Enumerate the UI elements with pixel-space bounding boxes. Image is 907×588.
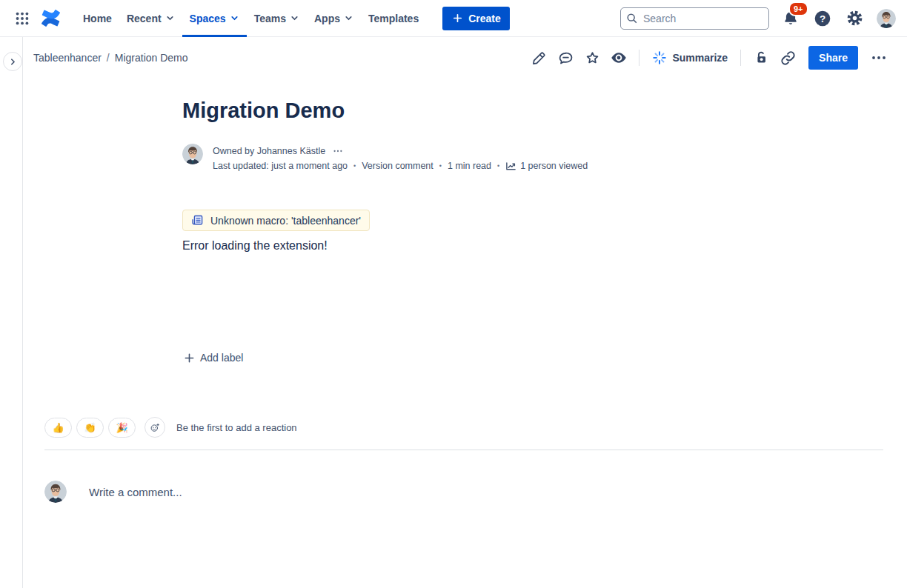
avatar: [877, 9, 896, 28]
views-analytics[interactable]: 1 person viewed: [505, 158, 588, 173]
macro-scroll-icon: [191, 214, 204, 227]
plus-icon: [184, 353, 195, 364]
extension-error-text: Error loading the extension!: [182, 239, 710, 253]
meta-separator: •: [353, 158, 356, 173]
help-icon[interactable]: ?: [812, 8, 833, 29]
chevron-right-icon: [8, 57, 18, 67]
commenter-avatar: [44, 481, 67, 503]
nav-templates[interactable]: Templates: [361, 0, 426, 37]
breadcrumb-page-link[interactable]: Migration Demo: [115, 52, 188, 64]
unlock-icon[interactable]: [749, 46, 773, 70]
byline-meta: Last updated: just a moment ago • Versio…: [213, 158, 588, 173]
ai-sparkle-icon: [652, 50, 667, 65]
more-actions-icon[interactable]: [867, 46, 891, 70]
last-updated-link[interactable]: Last updated: just a moment ago: [213, 158, 348, 173]
read-time: 1 min read: [448, 158, 491, 173]
nav-home-label: Home: [83, 13, 112, 24]
thumbs-up-emoji: 👍: [52, 422, 64, 433]
chevron-down-icon: [290, 13, 299, 23]
add-label-text: Add label: [200, 352, 243, 364]
add-label-button[interactable]: Add label: [182, 349, 245, 367]
reactions-bar: 👍 👏 🎉 Be the first to add a reaction: [44, 417, 297, 438]
nav-templates-label: Templates: [368, 13, 419, 24]
meta-separator: •: [439, 158, 442, 173]
comment-bubble-icon[interactable]: [554, 46, 577, 70]
topnav-right: 9+ ?: [620, 7, 897, 30]
reaction-prompt: Be the first to add a reaction: [176, 422, 297, 433]
page-title: Migration Demo: [182, 97, 710, 124]
add-reaction-button[interactable]: [144, 417, 165, 438]
create-button[interactable]: Create: [442, 7, 510, 30]
byline-text: Owned by Johannes Kästle Last updated: j…: [213, 144, 588, 173]
search-input[interactable]: [620, 7, 769, 30]
meta-separator: •: [497, 158, 499, 173]
svg-text:?: ?: [820, 13, 825, 24]
plus-icon: [451, 12, 464, 24]
version-comment-link[interactable]: Version comment: [362, 158, 433, 173]
clap-emoji: 👏: [84, 422, 96, 433]
toolbar-divider: [639, 50, 639, 66]
owner-link[interactable]: Owned by Johannes Kästle: [213, 144, 325, 158]
profile-avatar[interactable]: [876, 8, 897, 29]
sidebar-rail-divider: [22, 37, 23, 588]
page-toolbar: Summarize Share: [527, 46, 891, 70]
page-content: Migration Demo Owned by Johannes Kästle …: [182, 78, 710, 367]
star-icon[interactable]: [580, 46, 604, 70]
unknown-macro-text: Unknown macro: 'tableenhancer': [210, 215, 361, 227]
top-navigation: Home Recent Spaces Teams Apps Templates: [0, 0, 907, 37]
party-emoji: 🎉: [116, 422, 127, 433]
chevron-down-icon: [230, 13, 239, 23]
nav-recent[interactable]: Recent: [119, 0, 182, 37]
chevron-down-icon: [165, 13, 175, 23]
nav-apps[interactable]: Apps: [307, 0, 361, 37]
nav-recent-label: Recent: [127, 13, 162, 24]
comment-composer: Write a comment...: [44, 481, 182, 503]
reaction-party[interactable]: 🎉: [108, 418, 136, 438]
breadcrumb-separator: /: [107, 52, 110, 64]
owner-avatar[interactable]: [182, 144, 203, 164]
unknown-macro-placeholder: Unknown macro: 'tableenhancer': [182, 210, 370, 231]
write-comment-field[interactable]: Write a comment...: [89, 486, 182, 498]
page-header-bar: Tableenhancer / Migration Demo: [23, 37, 907, 78]
chevron-down-icon: [344, 13, 353, 23]
add-emoji-icon: [150, 421, 160, 434]
nav-apps-label: Apps: [314, 13, 340, 24]
notifications: 9+: [780, 8, 801, 29]
nav-spaces[interactable]: Spaces: [182, 0, 247, 37]
reaction-clap[interactable]: 👏: [76, 418, 104, 438]
breadcrumb: Tableenhancer / Migration Demo: [33, 52, 188, 64]
app-switcher-icon[interactable]: [12, 8, 33, 29]
watch-eye-icon[interactable]: [607, 46, 631, 70]
summarize-button[interactable]: Summarize: [648, 47, 732, 68]
nav-spaces-label: Spaces: [190, 13, 226, 24]
expand-sidebar-button[interactable]: [3, 52, 22, 71]
owner-more-icon[interactable]: [332, 145, 344, 157]
breadcrumb-space-link[interactable]: Tableenhancer: [33, 52, 102, 64]
confluence-logo-icon[interactable]: [40, 8, 61, 29]
analytics-trend-icon: [505, 161, 516, 172]
notifications-badge: 9+: [788, 1, 808, 16]
share-button[interactable]: Share: [808, 46, 858, 70]
search-icon: [626, 13, 638, 24]
search-box: [620, 7, 769, 30]
share-button-label: Share: [819, 52, 848, 64]
confluence-page: Home Recent Spaces Teams Apps Templates: [0, 0, 907, 588]
nav-teams-label: Teams: [254, 13, 286, 24]
edit-pencil-icon[interactable]: [527, 46, 551, 70]
nav-home[interactable]: Home: [76, 0, 119, 37]
comments-divider: [44, 450, 883, 450]
byline: Owned by Johannes Kästle Last updated: j…: [182, 144, 710, 173]
toolbar-divider: [740, 50, 741, 66]
settings-gear-icon[interactable]: [844, 8, 865, 29]
link-icon[interactable]: [776, 46, 800, 70]
views-label: 1 person viewed: [520, 158, 588, 173]
primary-nav: Home Recent Spaces Teams Apps Templates: [76, 0, 426, 37]
reaction-thumbs-up[interactable]: 👍: [44, 418, 72, 438]
summarize-label: Summarize: [672, 52, 728, 64]
create-button-label: Create: [468, 13, 501, 24]
nav-teams[interactable]: Teams: [247, 0, 307, 37]
